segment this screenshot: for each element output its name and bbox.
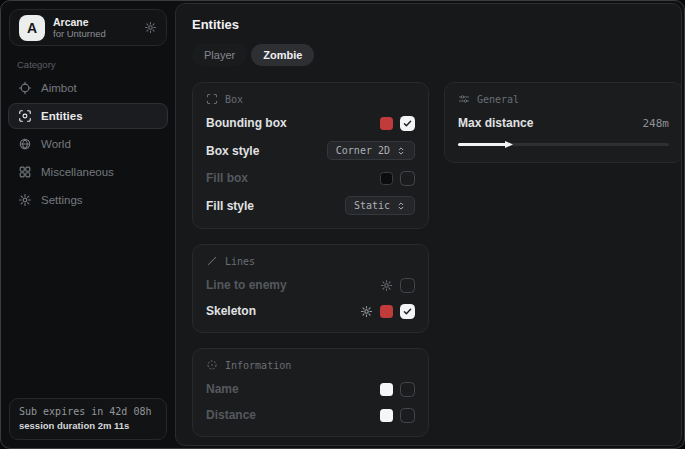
slider-fill	[458, 143, 507, 146]
dropdown-value: Corner 2D	[336, 145, 390, 156]
lines-card-header: Lines	[206, 255, 415, 267]
settings-gear-icon[interactable]	[380, 279, 393, 292]
box-card-title: Box	[225, 94, 243, 105]
right-column: General Max distance 248m	[444, 82, 682, 163]
checkbox-checked[interactable]	[400, 116, 415, 131]
sidebar-item-miscellaneous[interactable]: Miscellaneous	[8, 159, 168, 185]
sidebar-item-entities[interactable]: Entities	[8, 103, 168, 129]
checkbox-checked[interactable]	[400, 304, 415, 319]
brand-card: A Arcane for Unturned	[9, 9, 167, 46]
setting-label: Bounding box	[206, 116, 287, 130]
unfold-icon	[396, 146, 406, 156]
scan-icon	[18, 109, 32, 123]
slider-value: 248m	[643, 117, 670, 130]
slider-thumb-arrow[interactable]	[504, 140, 514, 149]
dropdown-value: Static	[354, 200, 390, 211]
setting-label: Skeleton	[206, 304, 256, 318]
setting-label: Distance	[206, 408, 256, 422]
sidebar-item-settings[interactable]: Settings	[8, 187, 168, 213]
sidebar-item-label: Aimbot	[41, 82, 77, 94]
information-card: Information Name Distance	[192, 348, 429, 437]
brand-text: Arcane for Unturned	[53, 16, 136, 40]
app-logo: A	[19, 15, 45, 41]
settings-gear-icon[interactable]	[360, 305, 373, 318]
app-name: Arcane	[53, 16, 136, 29]
left-column: Box Bounding box Box style	[192, 82, 429, 437]
box-card-header: Box	[206, 93, 415, 105]
app-window: A Arcane for Unturned Category Aimbot	[0, 0, 685, 449]
gear-icon[interactable]	[144, 21, 157, 34]
setting-label: Fill style	[206, 199, 254, 213]
color-swatch[interactable]	[380, 117, 393, 130]
setting-label: Box style	[206, 144, 259, 158]
checkbox-unchecked[interactable]	[400, 171, 415, 186]
globe-icon	[18, 137, 32, 151]
sidebar-item-label: Entities	[41, 110, 83, 122]
line-icon	[206, 255, 218, 267]
check-icon	[403, 307, 412, 316]
color-swatch[interactable]	[380, 383, 393, 396]
general-card-header: General	[458, 93, 669, 105]
setting-label: Line to enemy	[206, 278, 287, 292]
setting-row-fill-box: Fill box	[206, 170, 415, 186]
setting-label: Name	[206, 382, 239, 396]
sliders-icon	[458, 93, 470, 105]
main-panel: Entities Player Zombie Box Bounding box	[175, 3, 682, 446]
sidebar-item-label: World	[41, 138, 71, 150]
information-card-title: Information	[225, 360, 291, 371]
setting-row-box-style: Box style Corner 2D	[206, 141, 415, 160]
checkbox-unchecked[interactable]	[400, 408, 415, 423]
setting-row-distance: Distance	[206, 407, 415, 423]
content-area: Box Bounding box Box style	[192, 82, 665, 437]
color-swatch[interactable]	[380, 305, 393, 318]
tab-bar: Player Zombie	[192, 44, 665, 66]
box-style-dropdown[interactable]: Corner 2D	[327, 141, 415, 160]
box-corners-icon	[206, 93, 218, 105]
sidebar-item-label: Miscellaneous	[41, 166, 114, 178]
sidebar-item-aimbot[interactable]: Aimbot	[8, 75, 168, 101]
checkbox-unchecked[interactable]	[400, 382, 415, 397]
setting-row-name: Name	[206, 381, 415, 397]
subscription-card: Sub expires in 42d 08h session duration …	[9, 398, 167, 440]
category-label: Category	[17, 59, 175, 70]
max-distance-row: Max distance 248m	[458, 115, 669, 131]
unfold-icon	[396, 201, 406, 211]
check-icon	[403, 119, 412, 128]
max-distance-slider[interactable]	[458, 139, 669, 149]
setting-label: Fill box	[206, 171, 248, 185]
box-card: Box Bounding box Box style	[192, 82, 429, 229]
lines-card-title: Lines	[225, 256, 255, 267]
app-subtitle: for Unturned	[53, 28, 136, 39]
session-duration-text: session duration 2m 11s	[19, 420, 157, 431]
tab-player[interactable]: Player	[192, 44, 247, 66]
fill-style-dropdown[interactable]: Static	[345, 196, 415, 215]
slider-label: Max distance	[458, 116, 533, 130]
setting-row-skeleton: Skeleton	[206, 303, 415, 319]
sidebar: A Arcane for Unturned Category Aimbot	[1, 1, 175, 448]
lines-card: Lines Line to enemy Skeleton	[192, 244, 429, 333]
crosshair-icon	[18, 81, 32, 95]
page-title: Entities	[192, 17, 665, 32]
information-card-header: Information	[206, 359, 415, 371]
setting-row-bounding-box: Bounding box	[206, 115, 415, 131]
sidebar-nav: Aimbot Entities World Miscellaneous	[1, 75, 175, 213]
sub-expiry-text: Sub expires in 42d 08h	[19, 406, 157, 417]
sidebar-item-label: Settings	[41, 194, 83, 206]
color-swatch[interactable]	[380, 409, 393, 422]
info-icon	[206, 359, 218, 371]
color-swatch[interactable]	[380, 172, 393, 185]
setting-row-fill-style: Fill style Static	[206, 196, 415, 215]
gear-icon	[18, 193, 32, 207]
general-card: General Max distance 248m	[444, 82, 682, 163]
tab-zombie[interactable]: Zombie	[251, 44, 314, 66]
checkbox-unchecked[interactable]	[400, 278, 415, 293]
setting-row-line-to-enemy: Line to enemy	[206, 277, 415, 293]
sidebar-item-world[interactable]: World	[8, 131, 168, 157]
grid-icon	[18, 165, 32, 179]
general-card-title: General	[477, 94, 519, 105]
